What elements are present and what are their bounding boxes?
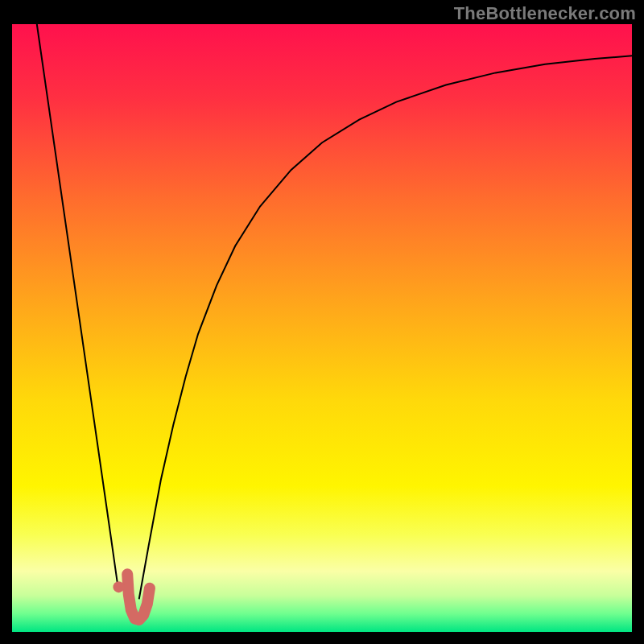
bottleneck-chart <box>0 0 644 644</box>
marker-dot <box>113 581 124 592</box>
chart-stage: TheBottlenecker.com <box>0 0 644 644</box>
watermark-text: TheBottlenecker.com <box>454 3 636 24</box>
gradient-background <box>12 24 632 632</box>
